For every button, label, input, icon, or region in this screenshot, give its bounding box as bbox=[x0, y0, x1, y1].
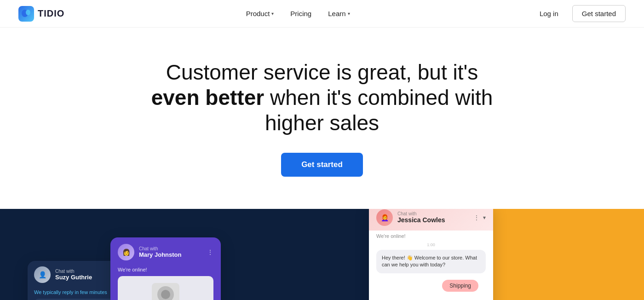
login-button[interactable]: Log in bbox=[531, 6, 567, 21]
nav-item-learn[interactable]: Learn ▾ bbox=[322, 6, 356, 21]
logo[interactable]: TIDIO bbox=[18, 6, 64, 22]
hero-title-start: Customer service is great, but it's bbox=[166, 60, 478, 84]
chat-name-jessica: Jessica Cowles bbox=[397, 216, 445, 224]
nav-item-pricing[interactable]: Pricing bbox=[284, 6, 318, 21]
hero-cta-button[interactable]: Get started bbox=[281, 153, 363, 177]
chat-name-suzy: Suzy Guthrie bbox=[55, 274, 92, 281]
chat-with-jessica: Chat with bbox=[397, 211, 445, 216]
nav-right: Log in Get started bbox=[531, 5, 626, 22]
shipping-button-jessica[interactable]: Shipping bbox=[442, 280, 478, 292]
online-status-jessica: We're online! bbox=[369, 231, 493, 241]
what-like-jessica: What would you like to know? bbox=[369, 295, 493, 300]
reply-link: reply in few minutes bbox=[63, 289, 107, 295]
avatar-jessica: 👩‍🦰 bbox=[376, 209, 393, 226]
card-info-mary: Chat with Mary Johnston bbox=[139, 246, 181, 258]
reply-text-suzy: We typically reply in few minutes bbox=[34, 289, 122, 295]
svg-point-1 bbox=[26, 10, 30, 15]
card-info-jessica: Chat with Jessica Cowles bbox=[397, 211, 445, 224]
chat-name-mary: Mary Johnston bbox=[139, 251, 181, 258]
chevron-down-icon-2: ▾ bbox=[348, 11, 350, 16]
svg-point-4 bbox=[161, 290, 170, 299]
avatar-mary: 👩 bbox=[118, 244, 134, 260]
left-panel: 👤 Chat with Suzy Guthrie We typically re… bbox=[0, 209, 374, 300]
timestamp-jessica: 1:00 bbox=[369, 242, 493, 247]
bottom-section: 👤 Chat with Suzy Guthrie We typically re… bbox=[0, 209, 644, 300]
nav-item-product[interactable]: Product ▾ bbox=[240, 6, 281, 21]
product-image-mary bbox=[118, 276, 213, 300]
nav-pricing-label: Pricing bbox=[290, 10, 311, 17]
card-header-jessica: 👩‍🦰 Chat with Jessica Cowles ⋮ ▾ bbox=[369, 209, 493, 231]
three-dots-icon-jessica[interactable]: ⋮ bbox=[474, 214, 479, 221]
avatar-suzy: 👤 bbox=[34, 266, 51, 283]
nav-product-label: Product bbox=[246, 10, 270, 17]
get-started-nav-button[interactable]: Get started bbox=[572, 5, 626, 22]
chevron-down-icon: ▾ bbox=[271, 11, 274, 16]
online-badge-mary: We're online! bbox=[110, 265, 221, 276]
chevron-down-icon-jessica[interactable]: ▾ bbox=[483, 214, 486, 221]
chat-card-jessica: 👩‍🦰 Chat with Jessica Cowles ⋮ ▾ We're o… bbox=[369, 209, 493, 300]
three-dots-icon-mary[interactable]: ⋮ bbox=[207, 248, 213, 256]
welcome-message-jessica: Hey there! 👋 Welcome to our store. What … bbox=[376, 250, 486, 273]
hero-section: Customer service is great, but it's even… bbox=[0, 28, 644, 195]
nav-center: Product ▾ Pricing Learn ▾ bbox=[240, 6, 356, 21]
chat-with-suzy: Chat with bbox=[55, 269, 92, 274]
logo-icon bbox=[18, 6, 34, 22]
chat-with-mary: Chat with bbox=[139, 246, 181, 251]
logo-text: TIDIO bbox=[38, 8, 64, 19]
card-info-suzy: Chat with Suzy Guthrie bbox=[55, 269, 92, 281]
nav-learn-label: Learn bbox=[328, 10, 345, 17]
navbar: TIDIO Product ▾ Pricing Learn ▾ Log in G… bbox=[0, 0, 644, 28]
card-header-mary: 👩 Chat with Mary Johnston ⋮ bbox=[110, 237, 221, 265]
chat-cards: 👤 Chat with Suzy Guthrie We typically re… bbox=[18, 209, 355, 300]
hero-title: Customer service is great, but it's even… bbox=[143, 60, 501, 136]
header-actions-jessica: ⋮ ▾ bbox=[474, 214, 486, 221]
chat-card-mary: 👩 Chat with Mary Johnston ⋮ We're online… bbox=[110, 237, 221, 300]
reply-before: We typically bbox=[34, 289, 63, 295]
hero-title-end: when it's combined with higher sales bbox=[264, 86, 493, 135]
hero-title-bold: even better bbox=[151, 86, 264, 110]
